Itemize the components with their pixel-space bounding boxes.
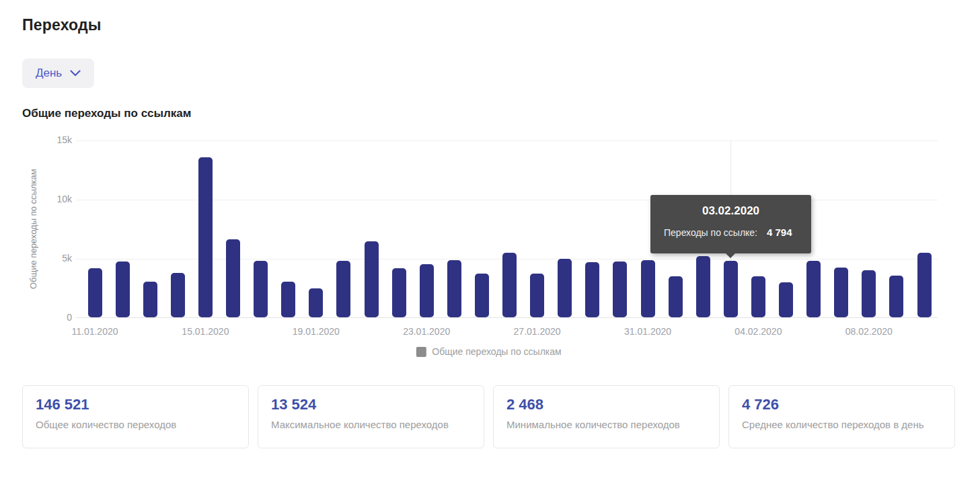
stat-label: Общее количество переходов xyxy=(36,419,235,430)
x-axis-tick-label: 23.01.2020 xyxy=(403,326,450,337)
chart-bar[interactable] xyxy=(558,259,572,317)
gridline xyxy=(76,140,938,141)
chart-title: Общие переходы по ссылкам xyxy=(22,107,955,120)
chart-bar[interactable] xyxy=(724,261,738,317)
chart-bar[interactable] xyxy=(88,268,102,317)
legend-label: Общие переходы по ссылкам xyxy=(432,346,561,357)
period-dropdown-value: День xyxy=(36,67,62,80)
chart-bar[interactable] xyxy=(613,262,627,317)
chart-bar[interactable] xyxy=(365,241,379,317)
tooltip-arrow xyxy=(725,253,736,258)
chart-bar[interactable] xyxy=(585,262,599,317)
chart-bar[interactable] xyxy=(530,274,544,317)
x-axis-tick-label: 19.01.2020 xyxy=(293,326,340,337)
page-title: Переходы xyxy=(22,16,955,34)
chart-bar[interactable] xyxy=(171,273,185,317)
chart-bar[interactable] xyxy=(834,268,848,317)
stat-card-average: 4 726 Среднее количество переходов в ден… xyxy=(728,385,955,448)
chart-bar[interactable] xyxy=(198,157,213,317)
tooltip: 03.02.2020 Переходы по ссылке: 4 794 xyxy=(650,195,811,253)
x-axis-tick-label: 31.01.2020 xyxy=(624,326,671,337)
stats-row: 146 521 Общее количество переходов 13 52… xyxy=(22,385,955,448)
y-axis-tick-label: 5k xyxy=(22,253,72,264)
chart-bar[interactable] xyxy=(254,261,268,317)
chart-bar[interactable] xyxy=(502,253,517,317)
stat-card-min: 2 468 Минимальное количество переходов xyxy=(493,385,720,448)
chevron-down-icon xyxy=(70,70,81,77)
y-axis-tick-label: 10k xyxy=(22,194,72,204)
chart-bar[interactable] xyxy=(116,262,130,317)
stat-label: Максимальное количество переходов xyxy=(271,419,471,430)
chart-bar[interactable] xyxy=(806,261,821,317)
chart-bar[interactable] xyxy=(226,239,240,317)
chart-bar[interactable] xyxy=(420,264,434,317)
bar-chart: Общие переходы по ссылкам 05k10k15k 11.0… xyxy=(22,132,955,369)
chart-bar[interactable] xyxy=(475,274,489,317)
legend-item[interactable]: Общие переходы по ссылкам xyxy=(416,346,561,357)
legend-swatch-icon xyxy=(416,347,426,357)
x-axis-tick-label: 04.02.2020 xyxy=(734,326,782,337)
chart-bar[interactable] xyxy=(641,260,655,317)
chart-bar[interactable] xyxy=(447,260,461,317)
chart-bar[interactable] xyxy=(309,288,323,317)
chart-bar[interactable] xyxy=(281,282,295,317)
stat-card-total: 146 521 Общее количество переходов xyxy=(22,385,249,448)
stat-label: Минимальное количество переходов xyxy=(506,419,706,430)
chart-bar[interactable] xyxy=(779,282,793,317)
chart-bar[interactable] xyxy=(669,276,683,317)
transitions-page: Переходы День Общие переходы по ссылкам … xyxy=(0,0,980,448)
y-axis-tick-label: 15k xyxy=(22,134,72,145)
tooltip-value: 4 794 xyxy=(767,227,792,238)
x-axis-tick-label: 27.01.2020 xyxy=(514,326,561,337)
stat-label: Среднее количество переходов в день xyxy=(742,419,942,430)
tooltip-date: 03.02.2020 xyxy=(650,204,811,218)
chart-bar[interactable] xyxy=(889,276,903,317)
x-axis-tick-label: 15.01.2020 xyxy=(182,326,229,337)
period-dropdown[interactable]: День xyxy=(22,58,94,88)
chart-bar[interactable] xyxy=(862,270,876,317)
tooltip-label: Переходы по ссылке: xyxy=(664,227,757,238)
chart-bar[interactable] xyxy=(336,261,350,317)
x-axis-tick-label: 11.01.2020 xyxy=(71,326,118,337)
chart-bar[interactable] xyxy=(696,256,710,317)
y-axis-tick-label: 0 xyxy=(22,312,72,323)
y-axis-title: Общие переходы по ссылкам xyxy=(26,140,40,318)
chart-bar[interactable] xyxy=(751,276,765,317)
stat-value: 146 521 xyxy=(36,396,235,413)
stat-value: 13 524 xyxy=(271,396,471,413)
chart-bar[interactable] xyxy=(392,268,406,317)
chart-bar[interactable] xyxy=(917,253,932,317)
stat-value: 2 468 xyxy=(506,396,706,413)
stat-value: 4 726 xyxy=(742,396,942,413)
stat-card-max: 13 524 Максимальное количество переходов xyxy=(258,385,484,448)
x-axis-tick-label: 08.02.2020 xyxy=(845,326,893,337)
chart-bar[interactable] xyxy=(143,282,157,317)
